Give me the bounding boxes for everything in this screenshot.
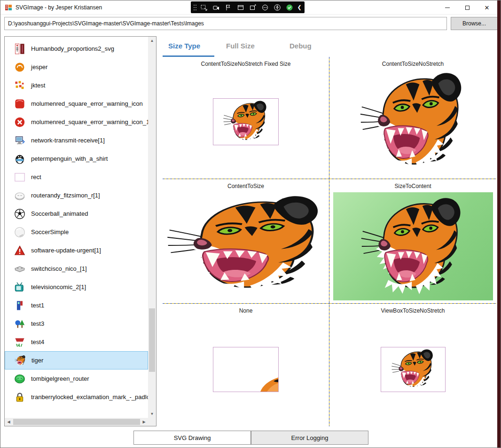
file-label: test3 — [31, 320, 44, 327]
close-button[interactable]: ✕ — [477, 0, 497, 15]
list-item-jesper[interactable]: jesper — [5, 58, 148, 76]
soccer-simple-icon — [14, 227, 25, 238]
panel-content-to-size-nostretch-fixed: ContentToSizeNoStretch Fixed Size — [163, 57, 329, 179]
test4-icon — [14, 337, 25, 348]
file-label: jktest — [31, 82, 45, 89]
file-label: Soccerball_animated — [31, 210, 88, 217]
flag-icon[interactable] — [223, 2, 234, 12]
panel-label: ContentToSizeNoStretch — [382, 61, 444, 67]
tab-debug[interactable]: Debug — [290, 42, 312, 50]
list-item-router[interactable]: routerandy_fitzsimon_r[1] — [5, 186, 148, 204]
video-camera-icon[interactable] — [211, 2, 222, 12]
list-item-test4[interactable]: test4 — [5, 333, 148, 351]
list-item-soccersimple[interactable]: SoccerSimple — [5, 223, 148, 241]
panel-label: SizeToContent — [394, 183, 431, 189]
test1-icon — [14, 300, 25, 311]
file-label: molumenred_square_error_warning_icon — [31, 100, 143, 107]
list-item-rect[interactable]: rect — [5, 168, 148, 186]
scrollbar-corner — [148, 418, 156, 426]
file-label: Humanbody_proportions2_svg — [31, 45, 114, 52]
file-label: SoccerSimple — [31, 228, 69, 236]
browse-button[interactable]: Browse... — [451, 17, 498, 30]
scroll-up-arrow[interactable]: ▲ — [148, 37, 156, 45]
list-item-network[interactable]: network-transmit-receive[1] — [5, 131, 148, 149]
list-item-humanbody[interactable]: Humanbody_proportions2_svg — [5, 39, 148, 58]
rect-icon — [14, 172, 25, 183]
background-window-edge — [497, 0, 501, 448]
capture-region-icon[interactable] — [198, 2, 210, 12]
list-item-soccerball[interactable]: Soccerball_animated — [5, 204, 148, 223]
network-icon — [14, 135, 25, 146]
list-item-software-update[interactable]: software-update-urgent[1] — [5, 241, 148, 259]
file-label: rect — [31, 173, 41, 181]
tiger-icon — [15, 355, 26, 366]
list-item-test1[interactable]: test1 — [5, 296, 148, 314]
panel-viewbox-to-size-nostretch: ViewBoxToSizeNoStretch — [329, 304, 496, 426]
tab-full-size[interactable]: Full Size — [226, 42, 255, 50]
list-item-tiger[interactable]: tiger — [5, 351, 148, 369]
tab-svg-drawing[interactable]: SVG Drawing — [133, 431, 251, 445]
warning-triangle-icon — [14, 245, 25, 256]
file-list-panel: Humanbody_proportions2_svg jesper jktest… — [4, 36, 157, 426]
accessibility-icon[interactable] — [272, 2, 283, 12]
file-label: test1 — [31, 302, 44, 309]
list-item-test3[interactable]: test3 — [5, 314, 148, 333]
tiger-drawing — [359, 68, 468, 176]
scroll-right-arrow[interactable]: ▶ — [140, 418, 148, 426]
window-controls: ✕ — [438, 0, 497, 15]
vertical-scroll-thumb[interactable] — [149, 308, 155, 372]
tiger-fragment — [258, 373, 278, 392]
tab-bar: Size Type Full Size Debug — [163, 37, 496, 57]
red-square-icon — [14, 98, 25, 110]
window-title: SVGImage - by Jesper Kristiansen — [16, 4, 102, 11]
panel-size-to-content: SizeToContent — [329, 179, 496, 303]
humanbody-icon — [14, 43, 25, 55]
collapse-icon[interactable]: ❮ — [296, 2, 303, 12]
maximize-button[interactable] — [457, 0, 477, 15]
done-check-icon[interactable] — [284, 2, 295, 12]
list-item-penguin[interactable]: petermpenguin_with_a_shirt — [5, 149, 148, 168]
switch-icon — [14, 263, 25, 275]
scroll-left-arrow[interactable]: ◀ — [5, 418, 13, 426]
tab-size-type[interactable]: Size Type — [168, 42, 200, 50]
tv-icon — [14, 282, 25, 293]
padlock-icon — [14, 392, 25, 403]
capture-toolbar-overlay: ❮ — [191, 1, 305, 13]
panel-label: ContentToSize — [227, 183, 264, 189]
file-label: jesper — [31, 63, 47, 71]
none-frame — [213, 347, 279, 392]
pin-window-icon[interactable] — [247, 2, 258, 12]
panel-label: ViewBoxToSizeNoStretch — [381, 307, 445, 314]
file-label: test4 — [31, 338, 44, 346]
penguin-icon — [14, 153, 25, 165]
file-label: tiger — [31, 357, 43, 364]
file-label: routerandy_fitzsimon_r[1] — [31, 192, 100, 199]
panel-none: None — [163, 304, 329, 426]
window-capture-icon[interactable] — [235, 2, 246, 12]
list-item-jktest[interactable]: jktest — [5, 76, 148, 94]
list-item-switch[interactable]: switchcisco_nico_[1] — [5, 259, 148, 278]
list-item-red-square[interactable]: molumenred_square_error_warning_icon — [5, 94, 148, 113]
horizontal-scroll-thumb[interactable] — [13, 419, 140, 425]
tab-error-logging[interactable]: Error Logging — [251, 431, 368, 445]
green-router-icon — [14, 373, 25, 385]
preview-panel: Size Type Full Size Debug ContentToSizeN… — [163, 37, 496, 426]
list-item-tv[interactable]: televisioncomic_2[1] — [5, 278, 148, 296]
path-input[interactable] — [4, 17, 447, 30]
grip-dots[interactable] — [193, 2, 197, 12]
list-item-red-error[interactable]: molumenred_square_error_warning_icon_1 — [5, 113, 148, 131]
list-horizontal-scrollbar[interactable]: ◀ ▶ — [5, 418, 148, 426]
test3-icon — [14, 318, 25, 330]
list-item-padlock[interactable]: tranberrylocked_exclamation_mark_-_padlo… — [5, 388, 148, 406]
viewbox-frame — [381, 347, 446, 392]
record-icon[interactable] — [259, 2, 271, 12]
title-bar: SVGImage - by Jesper Kristiansen — [0, 0, 501, 15]
app-window: SVGImage - by Jesper Kristiansen — [0, 0, 501, 448]
list-item-green-router[interactable]: tombigelgreen_router — [5, 369, 148, 388]
tiger-drawing — [213, 99, 278, 145]
minimize-button[interactable] — [438, 0, 457, 15]
panel-label: None — [239, 307, 253, 314]
file-list: Humanbody_proportions2_svg jesper jktest… — [5, 37, 148, 418]
scroll-down-arrow[interactable]: ▼ — [148, 410, 156, 418]
list-vertical-scrollbar[interactable]: ▲ ▼ — [148, 37, 156, 418]
